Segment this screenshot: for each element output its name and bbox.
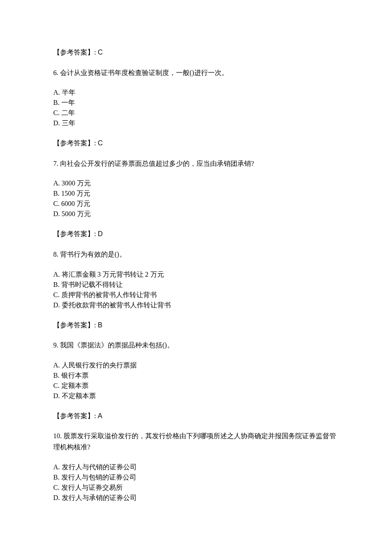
question-stem: 8. 背书行为有效的是()。: [53, 249, 339, 260]
option-line: C. 发行人与证券交易所: [53, 483, 339, 493]
option-line: B. 一年: [53, 98, 339, 108]
option-line: A. 半年: [53, 87, 339, 98]
option-line: B. 背书时记载不得转让: [53, 280, 339, 290]
option-line: C. 质押背书的被背书人作转让背书: [53, 290, 339, 300]
answer-block: 【参考答案】: C: [53, 47, 339, 58]
answer-value: A: [98, 412, 102, 419]
option-line: D. 不定额本票: [53, 391, 339, 401]
answer-block: 【参考答案】: B: [53, 320, 339, 331]
option-line: D. 发行人与承销的证券公司: [53, 493, 339, 503]
question-options: A. 将汇票金额 3 万元背书转让 2 万元 B. 背书时记载不得转让 C. 质…: [53, 269, 339, 310]
option-line: C. 定额本票: [53, 381, 339, 391]
answer-block: 【参考答案】: D: [53, 228, 339, 240]
question-stem: 9. 我国《票据法》的票据品种未包括()。: [53, 340, 339, 351]
option-line: D. 委托收款背书的被背书人作转让背书: [53, 300, 339, 310]
answer-value: C: [98, 139, 103, 147]
option-line: D. 三年: [53, 118, 339, 128]
question-options: A. 发行人与代销的证券公司 B. 发行人与包销的证券公司 C. 发行人与证券交…: [53, 462, 339, 503]
question-stem: 6. 会计从业资格证书年度检查验证制度，一般()进行一次。: [53, 67, 339, 78]
question-options: A. 半年 B. 一年 C. 二年 D. 三年: [53, 87, 339, 128]
answer-label: 【参考答案】:: [53, 230, 98, 237]
document-page: 【参考答案】: C 6. 会计从业资格证书年度检查验证制度，一般()进行一次。 …: [0, 0, 392, 538]
answer-label: 【参考答案】:: [53, 49, 98, 56]
option-line: A. 人民银行发行的央行票据: [53, 360, 339, 370]
option-line: D. 5000 万元: [53, 209, 339, 219]
answer-block: 【参考答案】: A: [53, 410, 339, 422]
option-line: A. 3000 万元: [53, 178, 339, 188]
option-line: C. 6000 万元: [53, 199, 339, 209]
answer-label: 【参考答案】:: [53, 412, 98, 419]
answer-value: B: [98, 321, 102, 329]
question-stem: 7. 向社会公开发行的证券票面总值超过多少的，应当由承销团承销?: [53, 158, 339, 169]
option-line: B. 1500 万元: [53, 188, 339, 199]
answer-value: D: [98, 230, 103, 237]
option-line: B. 银行本票: [53, 370, 339, 381]
option-line: B. 发行人与包销的证券公司: [53, 472, 339, 483]
question-options: A. 人民银行发行的央行票据 B. 银行本票 C. 定额本票 D. 不定额本票: [53, 360, 339, 401]
option-line: A. 发行人与代销的证券公司: [53, 462, 339, 472]
option-line: A. 将汇票金额 3 万元背书转让 2 万元: [53, 269, 339, 280]
answer-block: 【参考答案】: C: [53, 138, 339, 149]
question-stem: 10. 股票发行采取溢价发行的，其发行价格由下列哪项所述之人协商确定并报国务院证…: [53, 431, 339, 452]
answer-label: 【参考答案】:: [53, 139, 98, 147]
question-options: A. 3000 万元 B. 1500 万元 C. 6000 万元 D. 5000…: [53, 178, 339, 219]
option-line: C. 二年: [53, 108, 339, 118]
answer-label: 【参考答案】:: [53, 321, 98, 329]
answer-value: C: [98, 49, 103, 56]
